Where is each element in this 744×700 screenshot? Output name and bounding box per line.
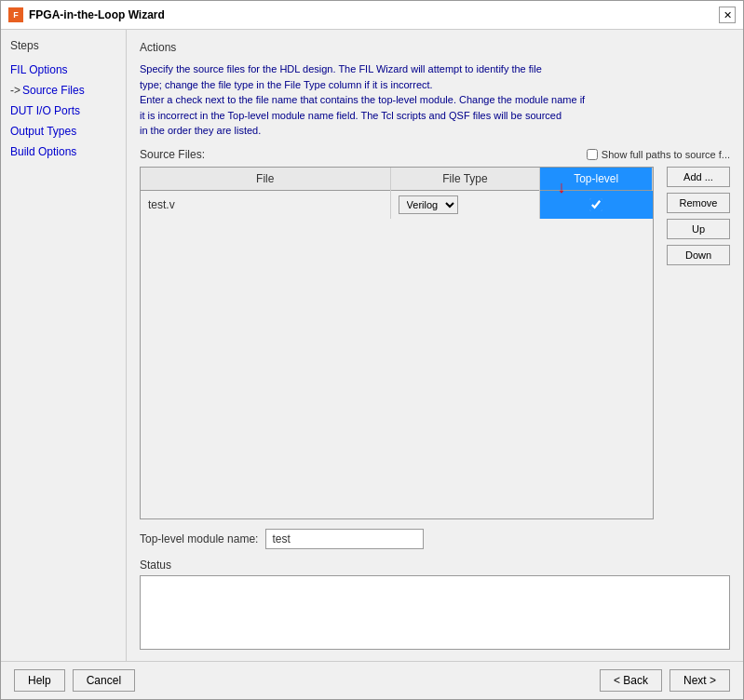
table-and-buttons: File File Type Top-level test.v	[140, 167, 730, 520]
desc-line2: type; change the file type in the File T…	[140, 77, 730, 93]
table-row[interactable]: test.v Verilog VHDL	[141, 190, 653, 219]
module-name-label: Top-level module name:	[140, 532, 258, 545]
show-full-paths: Show full paths to source f...	[587, 149, 730, 160]
help-button[interactable]: Help	[14, 669, 65, 692]
status-label: Status	[140, 559, 730, 572]
top-level-checkbox[interactable]	[589, 198, 602, 211]
sidebar-title: Steps	[1, 39, 126, 60]
show-full-paths-checkbox[interactable]	[587, 149, 598, 160]
table-scroll: File File Type Top-level test.v	[141, 168, 653, 519]
sidebar-item-fil-options[interactable]: FIL Options	[1, 60, 126, 80]
file-name-cell: test.v	[141, 190, 390, 219]
right-buttons: Add ... Remove Up Down	[659, 167, 730, 520]
top-level-cell: ↓	[540, 190, 653, 219]
next-button[interactable]: Next >	[670, 669, 730, 692]
main-content: Steps FIL Options Source Files DUT I/O P…	[1, 30, 743, 661]
col-header-file: File	[141, 168, 390, 191]
file-type-select[interactable]: Verilog VHDL	[399, 195, 458, 214]
desc-line4: it is incorrect in the Top-level module …	[140, 108, 730, 124]
window-title: FPGA-in-the-Loop Wizard	[29, 8, 165, 21]
add-button[interactable]: Add ...	[667, 167, 730, 187]
table-header-row: File File Type Top-level	[141, 168, 653, 191]
sidebar: Steps FIL Options Source Files DUT I/O P…	[1, 30, 127, 661]
top-level-wrapper: ↓	[548, 198, 644, 211]
col-header-filetype: File Type	[390, 168, 540, 191]
content-area: Actions Specify the source files for the…	[127, 30, 743, 661]
file-table: File File Type Top-level test.v	[141, 168, 653, 219]
bottom-section: Top-level module name: Status	[140, 529, 730, 650]
remove-button[interactable]: Remove	[667, 193, 730, 213]
module-name-input[interactable]	[265, 529, 424, 549]
back-button[interactable]: < Back	[600, 669, 662, 692]
sidebar-item-build-options[interactable]: Build Options	[1, 141, 126, 162]
close-button[interactable]: ✕	[719, 7, 736, 23]
source-files-header: Source Files: Show full paths to source …	[140, 148, 730, 161]
description: Specify the source files for the HDL des…	[140, 61, 730, 139]
module-name-row: Top-level module name:	[140, 529, 730, 549]
app-icon: F	[8, 7, 23, 22]
sidebar-item-output-types[interactable]: Output Types	[1, 121, 126, 141]
status-box	[140, 575, 730, 650]
sidebar-item-source-files[interactable]: Source Files	[1, 80, 126, 101]
file-table-wrapper: File File Type Top-level test.v	[140, 167, 654, 520]
file-type-cell: Verilog VHDL	[390, 190, 540, 219]
cancel-button[interactable]: Cancel	[73, 669, 135, 692]
footer-right: < Back Next >	[600, 669, 730, 692]
title-bar-left: F FPGA-in-the-Loop Wizard	[8, 7, 165, 22]
col-header-toplevel: Top-level	[540, 168, 653, 191]
wizard-window: F FPGA-in-the-Loop Wizard ✕ Steps FIL Op…	[0, 0, 744, 700]
desc-line1: Specify the source files for the HDL des…	[140, 61, 730, 77]
footer: Help Cancel < Back Next >	[1, 661, 743, 699]
status-section: Status	[140, 559, 730, 650]
desc-line3: Enter a check next to the file name that…	[140, 92, 730, 108]
source-files-label: Source Files:	[140, 148, 205, 161]
actions-title: Actions	[140, 41, 730, 54]
down-button[interactable]: Down	[667, 245, 730, 265]
footer-left: Help Cancel	[14, 669, 135, 692]
show-full-paths-text: Show full paths to source f...	[602, 149, 730, 160]
up-button[interactable]: Up	[667, 219, 730, 239]
desc-line5: in the order they are listed.	[140, 123, 730, 139]
title-bar: F FPGA-in-the-Loop Wizard ✕	[1, 1, 743, 30]
sidebar-item-dut-io-ports[interactable]: DUT I/O Ports	[1, 101, 126, 121]
